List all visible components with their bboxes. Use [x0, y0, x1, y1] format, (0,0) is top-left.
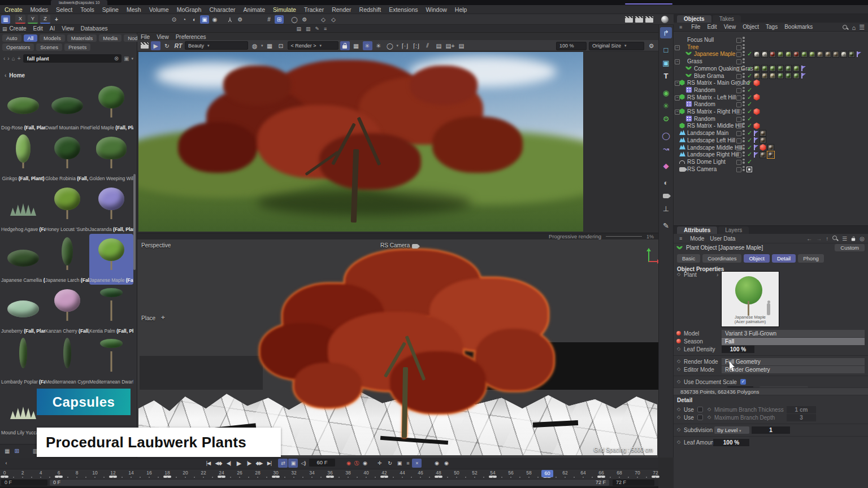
- render-slot-dropdown[interactable]: < Render >▾: [288, 41, 338, 50]
- custom-button[interactable]: Custom: [835, 244, 865, 251]
- visibility-dots[interactable]: [743, 145, 745, 151]
- coordinate-system-icon[interactable]: +: [52, 15, 61, 24]
- diamond-icon[interactable]: ◇: [677, 407, 680, 412]
- size-mode-dropdown[interactable]: Original Size▾: [589, 42, 644, 50]
- texture-mode-icon[interactable]: ◐: [190, 15, 199, 24]
- make-editable-icon[interactable]: ⊙: [170, 15, 179, 24]
- texture-tag[interactable]: [769, 65, 776, 72]
- environment-icon[interactable]: ◐: [660, 177, 672, 188]
- texture-tag[interactable]: [817, 51, 823, 58]
- diamond-icon[interactable]: ◇: [677, 439, 680, 445]
- focus-a-icon[interactable]: ⌈·⌋: [400, 41, 410, 50]
- search-icon[interactable]: [843, 25, 848, 30]
- loop-mode-button[interactable]: ⇄: [278, 459, 288, 468]
- spline-arrow-icon[interactable]: ↝: [660, 143, 672, 154]
- diagonal-icon[interactable]: ⫽: [423, 41, 432, 50]
- attr-target-icon[interactable]: ◎: [860, 236, 865, 242]
- object-row-landscape-main[interactable]: Landscape Main✓: [674, 129, 868, 137]
- diamond-icon2[interactable]: ◇: [708, 407, 711, 412]
- visibility-dots[interactable]: [743, 123, 745, 129]
- object-row-rs-matrix-right-hill[interactable]: −RS Matrix - Right Hill✓: [674, 108, 868, 115]
- asset-item-japanese-larch[interactable]: Japanese Larch (Fall, Pl...: [45, 234, 89, 285]
- texture-tag[interactable]: [761, 51, 768, 58]
- texture-tag[interactable]: [777, 65, 784, 72]
- texture-tag[interactable]: [793, 72, 800, 79]
- layer-toggle[interactable]: [736, 38, 741, 43]
- menu-tracker[interactable]: Tracker: [304, 6, 324, 13]
- render-mode-dropdown[interactable]: Full Geometry: [722, 358, 865, 365]
- object-row-tree[interactable]: −Tree: [674, 43, 868, 51]
- visibility-dots[interactable]: [743, 116, 745, 122]
- deformer-icon[interactable]: ◯: [660, 130, 672, 141]
- layer-toggle[interactable]: [736, 88, 741, 93]
- texture-tag[interactable]: [753, 72, 760, 79]
- visibility-dots[interactable]: [743, 44, 745, 50]
- pen-tool-icon[interactable]: ✎: [660, 220, 672, 231]
- visibility-dots[interactable]: [743, 73, 745, 79]
- camera-icon[interactable]: [412, 244, 418, 249]
- visibility-dots[interactable]: [743, 37, 745, 43]
- max-branch-checkbox[interactable]: [697, 415, 703, 420]
- objects-menu-edit[interactable]: Edit: [707, 24, 717, 30]
- visibility-dots[interactable]: [743, 137, 745, 143]
- diamond-icon[interactable]: ◇: [677, 272, 680, 277]
- axis-z-button[interactable]: Z: [40, 15, 50, 24]
- next-key-button[interactable]: ◆▶: [254, 459, 264, 468]
- layer-toggle[interactable]: [736, 124, 741, 129]
- keyframe-preset2-icon[interactable]: ◉: [441, 459, 451, 468]
- asset-item-honey-locust-sunbur[interactable]: Honey Locust 'Sunbur...: [45, 183, 89, 234]
- object-row-landscape-left-hill[interactable]: Landscape Left Hill✓: [674, 137, 868, 144]
- attr-tab-object[interactable]: Object: [744, 254, 769, 263]
- layer-toggle[interactable]: [736, 167, 741, 172]
- texture-tag[interactable]: [793, 51, 800, 58]
- visibility-dots[interactable]: [743, 51, 745, 57]
- capsule1-icon[interactable]: ◇: [319, 15, 328, 24]
- asset-item-kentia-palm[interactable]: Kentia Palm (Fall, Plant): [89, 285, 133, 336]
- grid-icon[interactable]: ▦: [351, 41, 361, 50]
- browser-menu-databases[interactable]: Databases: [81, 25, 108, 32]
- renderview-menu-preferences[interactable]: Preferences: [176, 34, 206, 40]
- layer-toggle[interactable]: [736, 131, 741, 136]
- current-frame-field[interactable]: 60 F: [309, 459, 335, 467]
- annotation-flag-icon[interactable]: [753, 152, 758, 158]
- objects-menu-object[interactable]: Object: [743, 24, 759, 30]
- object-row-rs-matrix-main-ground[interactable]: −RS Matrix - Main Ground✓: [674, 79, 868, 86]
- generator-icon[interactable]: ◉: [660, 87, 672, 98]
- menu-modes[interactable]: Modes: [31, 6, 49, 13]
- mode-menu[interactable]: Mode: [690, 236, 704, 242]
- camera-tool-icon[interactable]: [660, 190, 672, 201]
- visibility-dots[interactable]: [743, 87, 745, 93]
- object-mode-icon[interactable]: ▣: [200, 15, 209, 24]
- diamond-icon[interactable]: ◇: [677, 346, 680, 351]
- enabled-check-icon[interactable]: ✓: [747, 158, 752, 165]
- objects-menu-view[interactable]: View: [724, 24, 736, 30]
- layer-toggle[interactable]: [736, 152, 741, 158]
- asset-item-field-maple[interactable]: Field Maple (Fall, Plant): [89, 81, 133, 132]
- goto-start-button[interactable]: |◀: [203, 459, 213, 468]
- viewport-name-label[interactable]: Perspective: [141, 242, 171, 249]
- camera-active-icon[interactable]: [747, 167, 752, 172]
- asset-scrollbar[interactable]: [133, 174, 136, 270]
- enabled-check-icon[interactable]: ✓: [747, 137, 752, 144]
- object-row-rs-matrix-left-hill[interactable]: −RS Matrix - Left Hill✓: [674, 94, 868, 101]
- tab-layers[interactable]: Layers: [718, 226, 749, 234]
- render-picture-viewer-icon[interactable]: [635, 15, 644, 24]
- capsule2-icon[interactable]: ◇: [329, 15, 338, 24]
- annotation-flag-icon[interactable]: [753, 130, 758, 136]
- animation-mode-icon[interactable]: ◉: [210, 15, 219, 24]
- layer-toggle[interactable]: [736, 138, 741, 143]
- play-button[interactable]: ▶: [234, 459, 244, 468]
- back-arrow-icon[interactable]: ‹: [3, 55, 5, 62]
- model-marker-icon[interactable]: [676, 331, 681, 336]
- keyframe-selection-button[interactable]: ◉: [360, 459, 370, 468]
- layer-toggle[interactable]: [736, 160, 741, 165]
- object-row-random-child[interactable]: Random✓: [674, 86, 868, 94]
- menu-select[interactable]: Select: [56, 6, 72, 13]
- texture-tag[interactable]: [767, 144, 774, 151]
- crop-icon[interactable]: ⊡: [276, 41, 286, 50]
- texture-tag[interactable]: [785, 51, 792, 58]
- edit-note-icon[interactable]: ✎: [315, 26, 320, 32]
- kinematics-icon[interactable]: Y: [225, 15, 235, 24]
- layer-toggle[interactable]: [736, 45, 741, 50]
- attr-hamburger-icon[interactable]: ≡: [679, 236, 682, 241]
